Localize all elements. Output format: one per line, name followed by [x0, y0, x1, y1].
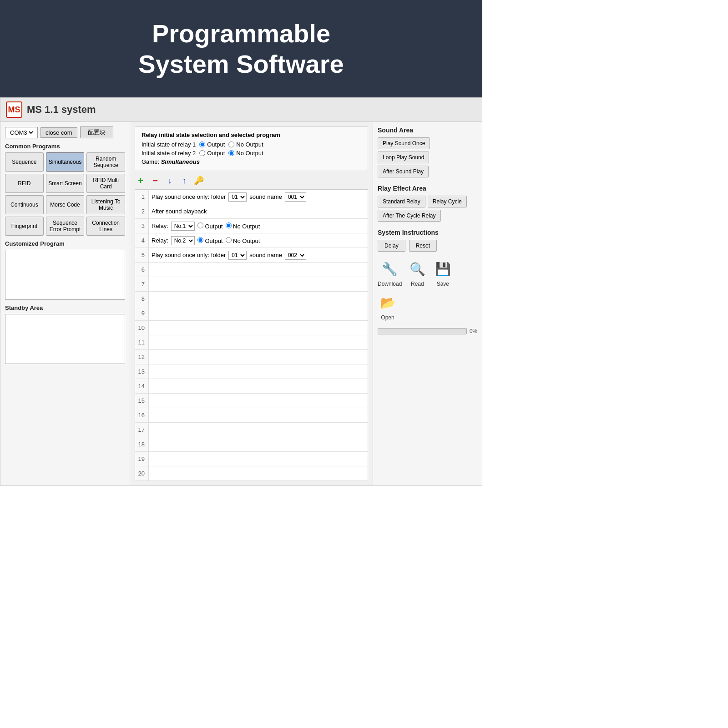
relay-num-select[interactable]: No.2 [171, 236, 195, 245]
remove-button[interactable]: − [149, 175, 161, 187]
program-btn-continuous[interactable]: Continuous [5, 195, 44, 214]
relay1-output-radio[interactable] [199, 142, 205, 147]
programs-grid: SequenceSimultaneousRandom SequenceRFIDS… [5, 152, 125, 236]
sound-name-select[interactable]: 002 [285, 251, 306, 260]
relay-no-output-radio[interactable] [226, 237, 232, 243]
relay-num-select[interactable]: No.1 [171, 222, 195, 231]
sound-btn-after-sound-play[interactable]: After Sound Play [378, 166, 429, 177]
wrench-button[interactable]: 🔑 [193, 175, 205, 187]
relay-output-radio[interactable] [197, 222, 203, 228]
program-btn-fingerprint[interactable]: Fingerprint [5, 217, 44, 236]
action-icon-open[interactable]: 📂 Open [378, 293, 398, 321]
download-icon: 🔧 [380, 259, 400, 279]
row-content-cell [149, 423, 368, 437]
relay-config: Relay initial state selection and select… [135, 126, 368, 170]
relay2-no-output-radio[interactable] [228, 150, 234, 156]
relay-effect-btn-standard-relay[interactable]: Standard Relay [378, 196, 425, 207]
move-down-button[interactable]: ↓ [164, 175, 176, 187]
table-row: 8 [135, 292, 368, 306]
row-number: 19 [135, 452, 149, 466]
row-number: 2 [135, 204, 149, 219]
relay2-no-output-label[interactable]: No Output [228, 150, 263, 157]
app-window: MS MS 1.1 system COM3 close com 配置块 Comm… [0, 97, 482, 486]
action-icon-save[interactable]: 💾 Save [433, 259, 453, 287]
program-btn-sequence-error-prompt[interactable]: Sequence Error Prompt [46, 217, 85, 236]
row-number: 5 [135, 248, 149, 263]
row-number: 15 [135, 394, 149, 408]
folder-select[interactable]: 01 [228, 192, 247, 202]
relay-no-output-label[interactable]: No Output [226, 237, 260, 244]
sys-btn-delay[interactable]: Delay [378, 240, 405, 252]
center-panel: Relay initial state selection and select… [130, 122, 373, 485]
relay1-no-output-label[interactable]: No Output [228, 141, 263, 148]
relay-effect-btn-relay-cycle[interactable]: Relay Cycle [428, 196, 467, 207]
row-content-cell: Relay: No.2 Output No Output [149, 233, 368, 248]
standby-area-box [5, 314, 125, 364]
up-arrow-icon: ↑ [182, 176, 187, 186]
read-icon: 🔍 [407, 259, 427, 279]
relay1-no-output-radio[interactable] [228, 142, 234, 147]
add-button[interactable]: + [135, 175, 147, 187]
program-btn-listening-to-music[interactable]: Listening To Music [86, 195, 125, 214]
sys-btn-reset[interactable]: Reset [409, 240, 437, 252]
relay-effect-section: Rlay Effect Area Standard RelayRelay Cyc… [378, 185, 477, 222]
game-label: Game: [142, 158, 159, 165]
program-btn-rfid-multi-card[interactable]: RFID Multi Card [86, 174, 125, 193]
app-logo: MS [6, 101, 22, 118]
program-btn-smart-screen[interactable]: Smart Screen [46, 174, 85, 193]
com-dropdown[interactable]: COM3 [8, 129, 35, 136]
row-content-cell [149, 466, 368, 481]
config-button[interactable]: 配置块 [80, 126, 113, 138]
row-content-cell: Play sound once only: folder 01 sound na… [149, 248, 368, 263]
com-select[interactable]: COM3 [5, 127, 38, 138]
action-icon-download[interactable]: 🔧 Download [378, 259, 402, 287]
relay-effect-btn-after-the-cycle-relay[interactable]: After The Cycle Relay [378, 210, 441, 222]
relay-no-output-label[interactable]: No Output [226, 222, 260, 230]
table-row: 6 [135, 263, 368, 277]
progress-bar [378, 328, 467, 334]
row-number: 6 [135, 263, 149, 277]
row-number: 14 [135, 379, 149, 394]
row-content-cell [149, 263, 368, 277]
action-icons: 🔧 Download🔍 Read💾 Save📂 Open [378, 259, 477, 321]
row-content-cell: After sound playback [149, 204, 368, 219]
sound-btn-loop-play-sound[interactable]: Loop Play Sound [378, 152, 429, 163]
relay2-output-radio[interactable] [199, 150, 205, 156]
row-content-cell [149, 277, 368, 292]
program-btn-morse-code[interactable]: Morse Code [46, 195, 85, 214]
progress-label: 0% [470, 328, 477, 334]
sound-name-select[interactable]: 001 [285, 192, 306, 202]
folder-select[interactable]: 01 [228, 251, 247, 260]
customized-area: Customized Program [5, 240, 125, 300]
program-btn-sequence[interactable]: Sequence [5, 152, 44, 172]
program-btn-connection-lines[interactable]: Connection Lines [86, 217, 125, 236]
relay-output-label[interactable]: Output [197, 237, 223, 244]
relay1-output-label[interactable]: Output [199, 141, 225, 148]
row-number: 8 [135, 292, 149, 306]
row-content-cell [149, 437, 368, 452]
hero-banner: Programmable System Software [0, 0, 482, 97]
standby-area-title: Standby Area [5, 304, 125, 311]
sound-btn-play-sound-once[interactable]: Play Sound Once [378, 137, 430, 149]
row-content-cell [149, 292, 368, 306]
relay2-output-label[interactable]: Output [199, 150, 225, 157]
relay-output-label[interactable]: Output [197, 222, 223, 230]
row-number: 18 [135, 437, 149, 452]
move-up-button[interactable]: ↑ [178, 175, 190, 187]
row-content-cell [149, 321, 368, 335]
play-sound-label: Play sound once only: folder [152, 252, 226, 258]
table-row: 12 [135, 350, 368, 364]
table-row: 1Play sound once only: folder 01 sound n… [135, 190, 368, 204]
sound-name-label: sound name [249, 252, 282, 258]
row-number: 20 [135, 466, 149, 481]
action-icon-read[interactable]: 🔍 Read [407, 259, 427, 287]
program-btn-simultaneous[interactable]: Simultaneous [46, 152, 85, 172]
close-com-button[interactable]: close com [40, 127, 77, 138]
relay-no-output-radio[interactable] [226, 222, 232, 228]
program-btn-random-sequence[interactable]: Random Sequence [86, 152, 125, 172]
relay-output-radio[interactable] [197, 237, 203, 243]
row-number: 16 [135, 408, 149, 423]
table-row: 19 [135, 452, 368, 466]
system-instructions-title: System Instructions [378, 229, 477, 236]
program-btn-rfid[interactable]: RFID [5, 174, 44, 193]
